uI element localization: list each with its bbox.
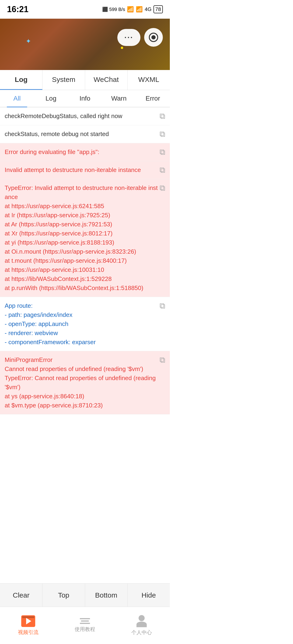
tab-bar-1: Log System WeChat WXML (0, 70, 170, 90)
network-speed-icon: ⬛ 599 B/s (102, 6, 125, 12)
status-time: 16:21 (7, 4, 28, 14)
tab-log-filter[interactable]: Log (34, 90, 68, 107)
yellow-dot (121, 47, 123, 49)
log-text: MiniProgramError Cannot read properties … (5, 355, 160, 410)
top-button[interactable]: Top (42, 584, 85, 607)
tab-wechat[interactable]: WeChat (85, 70, 128, 90)
nav-item-tutorial[interactable]: 使用教程 (57, 607, 113, 644)
log-row-error: Invalid attempt to destructure non-itera… (0, 161, 170, 179)
person-icon (136, 615, 147, 627)
log-row-mini-error: MiniProgramError Cannot read properties … (0, 351, 170, 414)
play-icon (26, 618, 31, 624)
copy-icon[interactable] (160, 112, 165, 121)
log-row-error: Error during evaluating file "app.js": (0, 143, 170, 161)
copy-icon[interactable] (160, 166, 165, 175)
nav-label-profile: 个人中心 (131, 629, 152, 636)
log-text: checkStatus, remote debug not started (5, 130, 160, 138)
tab-warn[interactable]: Warn (102, 90, 136, 107)
hide-button[interactable]: Hide (128, 584, 170, 607)
bottom-toolbar: Clear Top Bottom Hide (0, 583, 170, 607)
sparkle-icon: ✦ (26, 37, 31, 45)
bottom-button[interactable]: Bottom (85, 584, 128, 607)
copy-icon[interactable] (160, 355, 165, 365)
battery-indicator: 78 (154, 5, 163, 13)
signal-icon: 📶 (136, 6, 143, 12)
tab-info[interactable]: Info (68, 90, 102, 107)
bottom-nav: 视频引流 使用教程 个人中心 (0, 607, 170, 644)
record-button[interactable] (144, 28, 163, 47)
log-row-blue: App route: - path: pages/index/index - o… (0, 297, 170, 351)
log-text: App route: - path: pages/index/index - o… (5, 301, 160, 347)
menu-icon (80, 618, 90, 624)
dots-button[interactable]: ··· (117, 29, 140, 46)
nav-item-video[interactable]: 视频引流 (0, 607, 57, 644)
log-row: checkRemoteDebugStatus, called right now (0, 107, 170, 125)
nav-label-video: 视频引流 (18, 629, 38, 636)
log-row-error-stack: TypeError: Invalid attempt to destructur… (0, 179, 170, 297)
log-text: Invalid attempt to destructure non-itera… (5, 166, 160, 174)
tab-error[interactable]: Error (136, 90, 170, 107)
status-icons: ⬛ 599 B/s 📶 📶 4G 78 (102, 5, 163, 13)
film-icon (21, 615, 35, 627)
status-bar: 16:21 ⬛ 599 B/s 📶 📶 4G 78 (0, 0, 170, 19)
record-icon (149, 33, 158, 42)
tab-bar-2: All Log Info Warn Error (0, 90, 170, 107)
clear-button[interactable]: Clear (0, 584, 42, 607)
copy-icon[interactable] (160, 148, 165, 157)
tab-log[interactable]: Log (0, 70, 42, 90)
log-text: TypeError: Invalid attempt to destructur… (5, 184, 160, 292)
log-row: checkStatus, remote debug not started (0, 125, 170, 143)
signal-4g-icon: 4G (145, 6, 152, 12)
tab-system[interactable]: System (42, 70, 85, 90)
background-area: ✦ ··· (0, 19, 170, 70)
tab-all[interactable]: All (0, 90, 34, 107)
log-content: checkRemoteDebugStatus, called right now… (0, 107, 170, 489)
log-text: checkRemoteDebugStatus, called right now (5, 112, 160, 121)
wifi-icon: 📶 (127, 6, 134, 12)
copy-icon[interactable] (160, 130, 165, 139)
nav-label-tutorial: 使用教程 (75, 626, 95, 633)
overlay-buttons: ··· (117, 28, 163, 47)
copy-icon[interactable] (160, 301, 165, 310)
nav-item-profile[interactable]: 个人中心 (113, 607, 170, 644)
tab-wxml[interactable]: WXML (128, 70, 170, 90)
copy-icon[interactable] (160, 184, 165, 193)
log-text: Error during evaluating file "app.js": (5, 148, 160, 156)
